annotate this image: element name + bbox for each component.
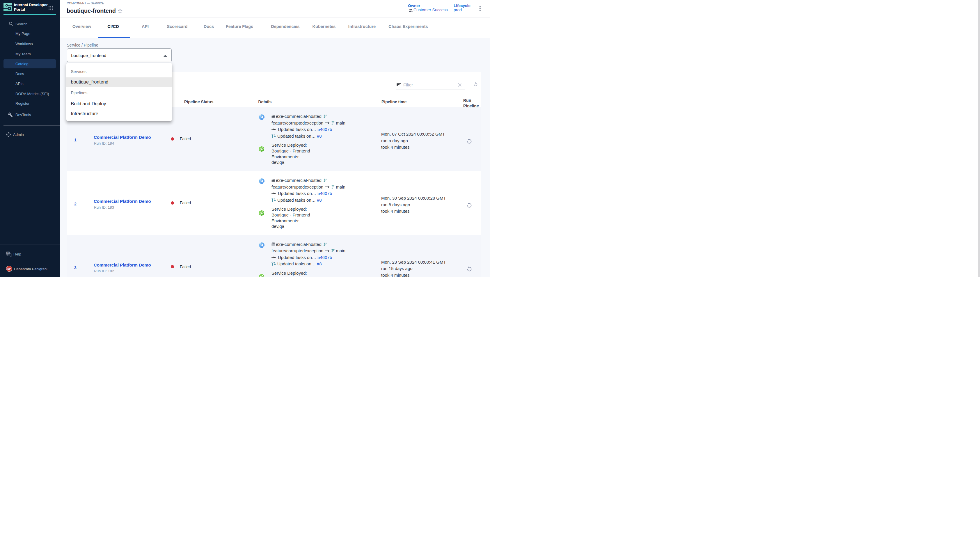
svg-text:?: ? <box>7 252 9 255</box>
